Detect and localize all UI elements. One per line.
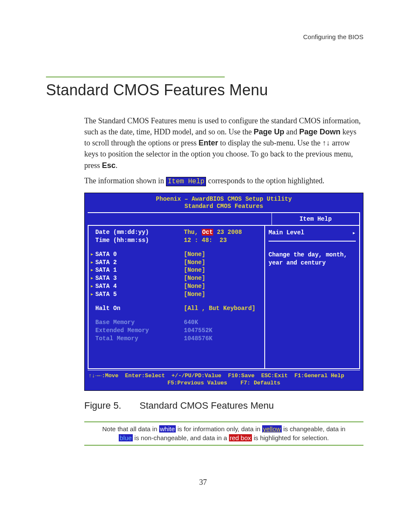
note-red-chip: red box <box>229 434 252 441</box>
intro-paragraph-2: The information shown in Item Help corre… <box>84 175 363 187</box>
figure-number: Figure 5. <box>84 400 140 411</box>
bios-date-value: Thu, Oct 23 2008 <box>184 228 242 236</box>
p2-t1: The information shown in <box>84 176 166 185</box>
key-enter: Enter <box>198 139 218 147</box>
running-header: Configuring the BIOS <box>303 33 363 40</box>
bios-mem-value: 640K <box>184 319 198 327</box>
bios-time-value: 12 : 48: 23 <box>184 236 227 245</box>
bios-halt-value: [All , But Keyboard] <box>184 304 255 313</box>
bios-screenshot: Phoenix – AwardBIOS CMOS Setup Utility S… <box>84 193 363 391</box>
submenu-triangle-icon: ▸ <box>90 282 95 290</box>
bios-sata-value: [None] <box>184 250 205 259</box>
bios-sata-row: ▸SATA 2[None] <box>90 259 262 267</box>
bios-halt-label: Halt On <box>95 305 120 312</box>
bios-right-panel: Main Level ▸ Change the day, month, year… <box>265 225 360 369</box>
key-pagedown: Page Down <box>299 128 340 136</box>
item-help-badge: Item Help <box>166 177 206 186</box>
section-title: Standard CMOS Features Menu <box>46 81 363 99</box>
page-number: 37 <box>0 478 406 487</box>
bios-time-label: Time (hh:mm:ss) <box>95 237 149 244</box>
bios-sata-label: SATA 1 <box>95 267 117 273</box>
bios-sata-value: [None] <box>184 282 205 290</box>
note-white-chip: white <box>159 425 176 432</box>
bios-sata-label: SATA 0 <box>95 251 117 258</box>
bios-memory-row: Base Memory640K <box>90 319 262 327</box>
chevron-right-icon: ▸ <box>352 229 356 236</box>
bios-mem-label: Extended Memory <box>95 327 149 334</box>
bios-sata-value: [None] <box>184 259 205 267</box>
bios-halt-row: Halt On [All , But Keyboard] <box>90 304 262 313</box>
note-t5: is highlighted for selection. <box>252 434 329 441</box>
p1-t6: . <box>116 161 118 170</box>
bios-header: Phoenix – AwardBIOS CMOS Setup Utility S… <box>85 193 363 212</box>
intro-paragraph-1: The Standard CMOS Features menu is used … <box>84 115 363 171</box>
bios-left-panel: Date (mm:dd:yy) Thu, Oct 23 2008 Time (h… <box>88 225 265 369</box>
bios-main-level: Main Level <box>269 229 304 236</box>
bios-memory-row: Total Memory1048576K <box>90 335 262 343</box>
bios-title-line2: Standard CMOS Features <box>85 203 363 211</box>
bios-sata-label: SATA 4 <box>95 283 117 290</box>
bios-mem-value: 1047552K <box>184 327 212 335</box>
bios-footer-line2: F5:Previous Values F7: Defaults <box>89 379 359 387</box>
bios-sata-label: SATA 5 <box>95 291 117 298</box>
bios-mem-value: 1048576K <box>184 335 212 343</box>
bios-footer-line1: ↑↓→←:Move Enter:Select +/-/PU/PD:Value F… <box>89 372 359 380</box>
bios-sata-row: ▸SATA 0[None] <box>90 250 262 259</box>
submenu-triangle-icon: ▸ <box>90 290 95 299</box>
bios-mem-label: Total Memory <box>95 335 138 342</box>
submenu-triangle-icon: ▸ <box>90 266 95 274</box>
bios-level-row: Main Level ▸ <box>269 229 356 242</box>
submenu-triangle-icon: ▸ <box>90 250 95 259</box>
title-rule <box>46 77 225 77</box>
figure-caption: Figure 5.Standard CMOS Features Menu <box>84 400 363 411</box>
bios-date-label: Date (mm:dd:yy) <box>95 229 149 236</box>
submenu-triangle-icon: ▸ <box>90 259 95 267</box>
figure-title: Standard CMOS Features Menu <box>140 400 274 411</box>
bios-time-row: Time (hh:mm:ss) 12 : 48: 23 <box>90 236 262 245</box>
bios-sata-value: [None] <box>184 290 205 299</box>
bios-sata-row: ▸SATA 1[None] <box>90 266 262 274</box>
bios-title-line1: Phoenix – AwardBIOS CMOS Setup Utility <box>85 196 363 203</box>
body-text: The Standard CMOS Features menu is used … <box>84 115 363 187</box>
item-help-header: Item Help <box>272 212 360 225</box>
bios-mem-label: Base Memory <box>95 319 134 326</box>
note-blue-chip: blue <box>119 434 132 441</box>
bios-date-selected: Oct <box>202 229 213 236</box>
submenu-triangle-icon: ▸ <box>90 274 95 282</box>
bios-sata-row: ▸SATA 5[None] <box>90 290 262 299</box>
bios-date-row: Date (mm:dd:yy) Thu, Oct 23 2008 <box>90 228 262 236</box>
p1-t2: and <box>284 128 299 136</box>
bios-sata-value: [None] <box>184 266 205 274</box>
note-t4: is non-changeable, and data in a <box>133 434 229 441</box>
bios-item-help-text: Change the day, month, year and century <box>269 251 356 267</box>
p1-t4: to display the sub-menu. Use the <box>218 139 323 147</box>
key-pageup: Page Up <box>254 128 284 136</box>
note-t3: is changeable, data in <box>282 425 346 432</box>
p2-t2: corresponds to the option highlighted. <box>206 176 324 185</box>
note-yellow-chip: yellow <box>262 425 282 432</box>
bios-sata-row: ▸SATA 4[None] <box>90 282 262 290</box>
note-t2: is for information only, data in <box>176 425 262 432</box>
bios-memory-row: Extended Memory1047552K <box>90 327 262 335</box>
bios-footer: ↑↓→←:Move Enter:Select +/-/PU/PD:Value F… <box>88 370 360 388</box>
note-t1: Note that all data in <box>102 425 159 432</box>
key-esc: Esc <box>102 161 116 170</box>
bios-sata-label: SATA 2 <box>95 259 117 266</box>
bios-sata-row: ▸SATA 3[None] <box>90 274 262 282</box>
note-block: Note that all data in white is for infor… <box>84 421 363 446</box>
bios-sata-value: [None] <box>184 274 205 282</box>
arrow-keys-icon: ↑↓ <box>322 139 330 147</box>
bios-sata-label: SATA 3 <box>95 275 117 282</box>
